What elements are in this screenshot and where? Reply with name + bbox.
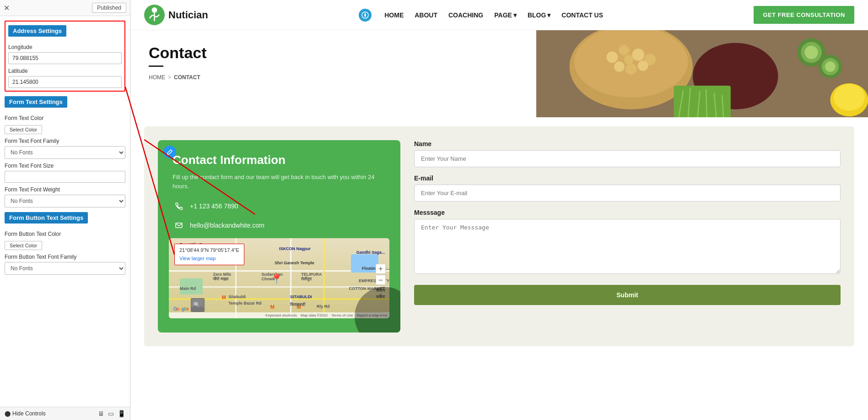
logo-text: Nutician <box>168 9 208 21</box>
longitude-input[interactable] <box>8 52 122 64</box>
svg-point-14 <box>637 60 648 71</box>
svg-rect-36 <box>176 223 182 228</box>
form-button-font-family-select[interactable]: No Fonts <box>5 262 125 275</box>
phone-icon <box>173 200 185 213</box>
message-field-group: Messsage <box>414 209 841 276</box>
map-coordinates-text: 21°08'44.9"N 79°05'17.4"E <box>179 247 239 253</box>
nav-home[interactable]: HOME <box>384 11 404 19</box>
nav-blog[interactable]: BLOG ▾ <box>528 11 550 19</box>
contact-email: hello@blackandwhite.com <box>169 219 389 232</box>
form-text-font-size-input[interactable] <box>5 171 125 183</box>
tablet-view-icon[interactable]: ▭ <box>108 410 114 417</box>
svg-point-9 <box>619 45 629 55</box>
email-input[interactable] <box>414 185 841 202</box>
longitude-label: Longitude <box>8 44 122 50</box>
address-settings-highlight: Address Settings Longitude Latitude <box>5 21 125 92</box>
form-button-text-settings-header: Form Button Text Settings <box>5 212 88 224</box>
nav-menu: HOME ABOUT COACHING PAGE ▾ BLOG ▾ CONTAC… <box>359 9 603 22</box>
email-icon <box>173 219 185 232</box>
hide-controls-label: Hide Controls <box>12 410 46 417</box>
svg-point-1 <box>152 7 157 13</box>
contact-phone: +1 123 456 7890 <box>169 200 389 213</box>
email-address: hello@blackandwhite.com <box>190 222 264 229</box>
svg-point-25 <box>825 61 836 72</box>
contact-info-desc: Fill up the contact form and our team wi… <box>169 173 389 191</box>
nav-coaching[interactable]: COACHING <box>448 11 483 19</box>
message-field-label: Messsage <box>414 209 841 216</box>
svg-marker-4 <box>364 12 366 18</box>
map-zoom-out-button[interactable]: – <box>376 275 386 285</box>
blog-dropdown-icon: ▾ <box>547 11 550 19</box>
logo-icon <box>144 5 165 25</box>
form-text-font-family-label: Form Text Font Family <box>5 138 125 144</box>
name-input[interactable] <box>414 150 841 167</box>
form-button-text-color-label: Form Button Text Color <box>5 231 125 237</box>
name-field-label: Name <box>414 140 841 147</box>
form-button-color-select-button[interactable]: Select Color <box>5 241 42 250</box>
form-text-color-select-button[interactable]: Select Color <box>5 125 42 134</box>
svg-point-12 <box>614 61 625 72</box>
form-text-font-size-label: Form Text Font Size <box>5 163 125 169</box>
form-button-font-family-label: Form Button Text Font Family <box>5 254 125 260</box>
panel-top-bar: ✕ Published <box>0 0 130 16</box>
svg-point-13 <box>625 63 636 75</box>
circle-icon: ⬤ <box>5 410 11 417</box>
map-pin: 📍 <box>270 273 283 285</box>
hero-text-section: Contact HOME > CONTACT <box>130 30 536 117</box>
latitude-label: Latitude <box>8 68 122 74</box>
form-text-color-label: Form Text Color <box>5 115 125 121</box>
submit-button[interactable]: Submit <box>414 285 841 305</box>
form-text-font-weight-label: Form Text Font Weight <box>5 186 125 193</box>
breadcrumb: HOME > CONTACT <box>149 74 518 81</box>
breadcrumb-separator: > <box>168 74 171 81</box>
food-image <box>536 30 868 117</box>
view-icons: 🖥 ▭ 📱 <box>98 410 125 417</box>
contact-section: Contact Information Fill up the contact … <box>144 126 854 346</box>
hide-controls[interactable]: ⬤ Hide Controls <box>5 410 46 417</box>
form-text-settings-header: Form Text Settings <box>5 96 67 108</box>
map-keyboard-shortcuts: Keyboard shortcuts <box>265 313 297 317</box>
form-text-font-weight-select[interactable]: No Fonts <box>5 195 125 207</box>
map-data-label: Map data ©2022 <box>301 313 328 317</box>
svg-point-10 <box>632 49 644 61</box>
view-larger-map-link[interactable]: View larger map <box>179 256 216 261</box>
contact-form-area: Name E-mail Messsage Submit <box>414 140 841 305</box>
email-field-group: E-mail <box>414 175 841 202</box>
nav-compass-icon <box>359 9 372 22</box>
logo-area: Nutician <box>144 5 208 25</box>
contact-info-card: Contact Information Fill up the contact … <box>158 140 400 333</box>
address-settings-header: Address Settings <box>8 25 66 37</box>
nav-about[interactable]: ABOUT <box>415 11 437 19</box>
map-terms: Terms of Use <box>331 313 353 317</box>
nav-contact-us[interactable]: CONTACT US <box>561 11 603 19</box>
page-title-underline <box>149 65 163 67</box>
panel-bottom-bar: ⬤ Hide Controls 🖥 ▭ 📱 <box>0 407 130 420</box>
panel-scroll: Address Settings Longitude Latitude Form… <box>0 16 130 420</box>
desktop-view-icon[interactable]: 🖥 <box>98 410 104 417</box>
published-button[interactable]: Published <box>92 3 126 13</box>
map-zoom-in-button[interactable]: + <box>376 264 386 274</box>
cta-button[interactable]: GET FREE CONSULTATION <box>754 6 854 24</box>
form-text-font-family-select[interactable]: No Fonts <box>5 146 125 159</box>
svg-point-22 <box>804 46 818 59</box>
email-field-label: E-mail <box>414 175 841 182</box>
site-header: Nutician HOME ABOUT COACHING PAGE ▾ BLOG… <box>130 0 868 30</box>
breadcrumb-current: CONTACT <box>174 74 200 81</box>
svg-point-15 <box>624 55 633 65</box>
contact-info-title: Contact Information <box>169 153 389 167</box>
mobile-view-icon[interactable]: 📱 <box>118 410 125 417</box>
edit-icon-badge <box>163 146 176 158</box>
breadcrumb-home: HOME <box>149 74 165 81</box>
nav-page[interactable]: PAGE ▾ <box>494 11 517 19</box>
message-textarea[interactable] <box>414 219 841 274</box>
page-dropdown-icon: ▾ <box>513 11 517 19</box>
page-hero: Contact HOME > CONTACT <box>130 30 868 117</box>
hero-image-section <box>536 30 868 117</box>
close-button[interactable]: ✕ <box>4 4 10 12</box>
latitude-input[interactable] <box>8 76 122 88</box>
page-title: Contact <box>149 44 518 62</box>
phone-number: +1 123 456 7890 <box>190 202 238 210</box>
svg-point-27 <box>833 84 864 111</box>
svg-point-8 <box>606 51 618 63</box>
name-field-group: Name <box>414 140 841 167</box>
